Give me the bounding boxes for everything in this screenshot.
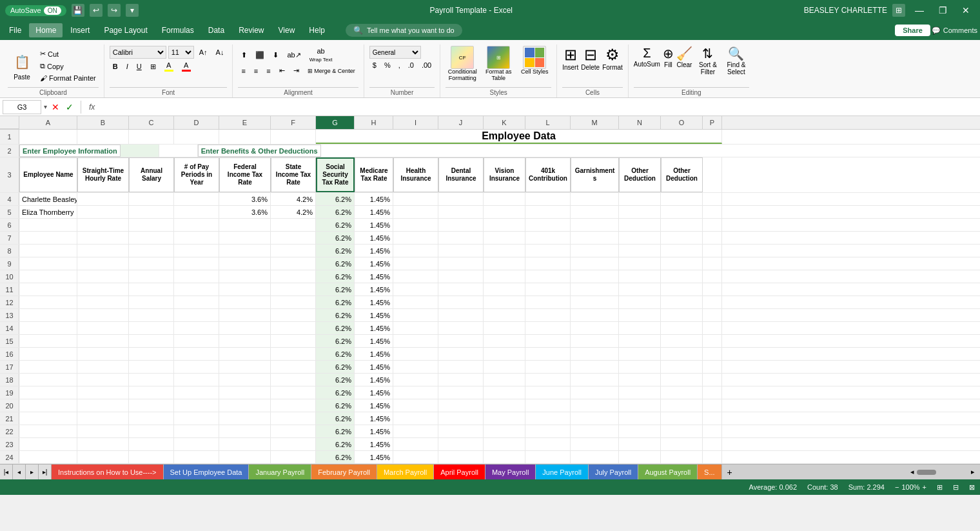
- cell-c4[interactable]: [129, 193, 174, 205]
- cell-n20[interactable]: [619, 399, 661, 412]
- cell-g19[interactable]: 6.2%: [316, 386, 355, 399]
- share-button[interactable]: Share: [895, 25, 930, 36]
- cell-p13[interactable]: [703, 309, 722, 321]
- cell-p21[interactable]: [703, 412, 722, 425]
- cell-c1[interactable]: [129, 130, 174, 144]
- cell-d13[interactable]: [174, 309, 219, 321]
- cell-n24[interactable]: [619, 451, 661, 463]
- cell-k11[interactable]: [484, 283, 525, 296]
- cell-g4[interactable]: 6.2%: [316, 193, 355, 205]
- underline-button[interactable]: U: [133, 61, 145, 72]
- copy-button[interactable]: ⧉ Copy: [37, 61, 99, 72]
- cell-k7[interactable]: [484, 232, 525, 244]
- cell-d19[interactable]: [174, 386, 219, 399]
- cell-k14[interactable]: [484, 322, 525, 334]
- cell-c24[interactable]: [129, 451, 174, 463]
- cell-b21[interactable]: [77, 412, 129, 425]
- autosave-toggle[interactable]: AutoSave ON: [5, 5, 66, 16]
- currency-button[interactable]: $: [369, 60, 380, 70]
- cell-c5[interactable]: [129, 206, 174, 218]
- cell-f21[interactable]: [271, 412, 316, 425]
- cell-h7[interactable]: 1.45%: [355, 232, 393, 244]
- tab-apr[interactable]: April Payroll: [434, 465, 485, 480]
- cell-i16[interactable]: [393, 348, 438, 360]
- cell-e17[interactable]: [219, 361, 271, 373]
- cell-h22[interactable]: 1.45%: [355, 425, 393, 437]
- cell-d12[interactable]: [174, 296, 219, 308]
- cell-o24[interactable]: [661, 451, 703, 463]
- cell-i22[interactable]: [393, 425, 438, 437]
- cell-k22[interactable]: [484, 425, 525, 437]
- cell-a24[interactable]: [19, 451, 77, 463]
- cell-l14[interactable]: [525, 322, 571, 334]
- cell-f12[interactable]: [271, 296, 316, 308]
- cell-f7[interactable]: [271, 232, 316, 244]
- cell-a18[interactable]: [19, 374, 77, 386]
- cell-m11[interactable]: [571, 283, 619, 296]
- cell-b23[interactable]: [77, 438, 129, 450]
- cell-n22[interactable]: [619, 425, 661, 437]
- cell-a21[interactable]: [19, 412, 77, 425]
- cell-j14[interactable]: [438, 322, 484, 334]
- cell-o23[interactable]: [661, 438, 703, 450]
- cell-a16[interactable]: [19, 348, 77, 360]
- format-button[interactable]: ⚙ Format: [602, 46, 623, 71]
- cell-b14[interactable]: [77, 322, 129, 334]
- cell-k12[interactable]: [484, 296, 525, 308]
- cell-c16[interactable]: [129, 348, 174, 360]
- cell-j12[interactable]: [438, 296, 484, 308]
- cell-l15[interactable]: [525, 335, 571, 347]
- cell-p8[interactable]: [703, 245, 722, 257]
- increase-decimal-button[interactable]: .00: [418, 60, 435, 70]
- tab-jul[interactable]: July Payroll: [589, 465, 638, 480]
- cell-a17[interactable]: [19, 361, 77, 373]
- close-button[interactable]: ✕: [957, 1, 975, 19]
- cell-i9[interactable]: [393, 257, 438, 270]
- cell-g11[interactable]: 6.2%: [316, 283, 355, 296]
- cell-o4[interactable]: [661, 193, 703, 205]
- cell-l3[interactable]: 401k Contribution: [525, 157, 571, 192]
- cell-f22[interactable]: [271, 425, 316, 437]
- cell-e21[interactable]: [219, 412, 271, 425]
- cell-e11[interactable]: [219, 283, 271, 296]
- orientation-button[interactable]: ab↗: [284, 50, 304, 61]
- cell-g17[interactable]: 6.2%: [316, 361, 355, 373]
- cell-h21[interactable]: 1.45%: [355, 412, 393, 425]
- find-select-button[interactable]: 🔍 Find & Select: [723, 46, 749, 75]
- cell-d5[interactable]: [174, 206, 219, 218]
- cell-k19[interactable]: [484, 386, 525, 399]
- cell-a4[interactable]: Charlette Beasley: [19, 193, 77, 205]
- cell-o5[interactable]: [661, 206, 703, 218]
- cell-b16[interactable]: [77, 348, 129, 360]
- cell-i14[interactable]: [393, 322, 438, 334]
- comments-button[interactable]: 💬 Comments: [932, 26, 977, 35]
- cell-m20[interactable]: [571, 399, 619, 412]
- tab-setup[interactable]: Set Up Employee Data: [164, 465, 250, 480]
- fill-color-button[interactable]: A: [161, 60, 177, 73]
- cell-c17[interactable]: [129, 361, 174, 373]
- cell-c7[interactable]: [129, 232, 174, 244]
- cell-g3[interactable]: Social Security Tax Rate: [316, 157, 355, 192]
- cell-f3[interactable]: State Income Tax Rate: [271, 157, 316, 192]
- cell-o6[interactable]: [661, 219, 703, 231]
- cell-p24[interactable]: [703, 451, 722, 463]
- cell-m22[interactable]: [571, 425, 619, 437]
- cell-g13[interactable]: 6.2%: [316, 309, 355, 321]
- cell-a23[interactable]: [19, 438, 77, 450]
- cell-m6[interactable]: [571, 219, 619, 231]
- cell-j11[interactable]: [438, 283, 484, 296]
- cell-o11[interactable]: [661, 283, 703, 296]
- cell-m15[interactable]: [571, 335, 619, 347]
- col-header-i[interactable]: I: [393, 116, 438, 129]
- cell-o19[interactable]: [661, 386, 703, 399]
- menu-page-layout[interactable]: Page Layout: [97, 23, 153, 37]
- cell-o15[interactable]: [661, 335, 703, 347]
- tab-nav-next[interactable]: ▸: [26, 465, 39, 480]
- cell-d1[interactable]: [174, 130, 219, 144]
- cell-a9[interactable]: [19, 257, 77, 270]
- cell-k6[interactable]: [484, 219, 525, 231]
- cell-a10[interactable]: [19, 270, 77, 283]
- cell-i13[interactable]: [393, 309, 438, 321]
- cell-h2[interactable]: [159, 145, 198, 157]
- menu-formulas[interactable]: Formulas: [155, 23, 201, 37]
